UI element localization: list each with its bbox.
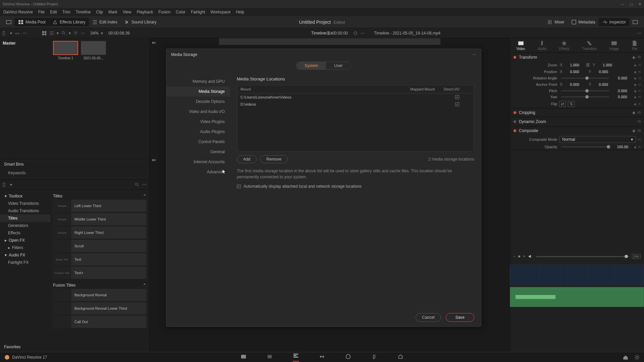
volume-slider[interactable] (536, 256, 629, 257)
fusion-titles-section[interactable]: Fusion Titles (53, 283, 75, 288)
column-header-mount[interactable]: Mount (240, 87, 410, 91)
sound-library-button[interactable]: Sound Library (121, 18, 160, 26)
menu-item[interactable]: File (36, 9, 47, 15)
position-y-field[interactable]: 0.000 (594, 70, 613, 74)
pref-category[interactable]: Memory and GPU (166, 76, 230, 86)
deliver-page[interactable] (397, 354, 404, 361)
loop-icon[interactable] (353, 31, 358, 36)
direct-io-checkbox[interactable]: ✓ (455, 102, 459, 106)
save-button[interactable]: Save (446, 313, 474, 322)
table-row[interactable]: D:\videos✓ (237, 101, 474, 108)
remove-button[interactable]: Remove (260, 155, 288, 163)
timeline-tracks[interactable] (510, 265, 644, 325)
timeline-name[interactable]: Timeline 1 ▾ (311, 31, 333, 36)
cropping-header[interactable]: Cropping (519, 110, 535, 115)
media-pool-button[interactable]: Media Pool (15, 18, 49, 26)
chevron-down-icon[interactable]: ▾ (69, 31, 71, 36)
search-icon[interactable] (61, 31, 66, 36)
pref-category[interactable]: Video Plugins (166, 117, 230, 127)
inspector-tab-image[interactable]: Image (609, 40, 619, 51)
fusion-title-preset[interactable]: Background Reveal Lower Third (53, 302, 146, 314)
smart-bin-keywords[interactable]: Keywords (4, 169, 145, 177)
system-tab[interactable]: System (297, 62, 326, 69)
more-icon[interactable]: ⋯ (142, 182, 146, 187)
yaw-slider[interactable] (561, 97, 609, 97)
add-button[interactable]: Add (237, 155, 257, 163)
pref-category-media-storage[interactable]: Media Storage (166, 86, 230, 97)
inspector-tab-effects[interactable]: Effects (559, 40, 569, 51)
rotation-slider[interactable] (561, 78, 609, 78)
menu-item[interactable]: Fairlight (189, 9, 207, 15)
minus-icon[interactable]: − (513, 254, 516, 259)
more-icon[interactable]: ⋯ (361, 31, 365, 36)
dim-button[interactable]: DIM (632, 254, 641, 259)
pref-category[interactable]: Internet Accounts (166, 157, 230, 167)
fairlight-page[interactable] (371, 354, 377, 361)
inspector-tab-transition[interactable]: Transition (582, 40, 597, 51)
zoom-y-field[interactable]: 1.000 (598, 63, 617, 67)
fx-category[interactable]: ▸Filters (0, 244, 50, 251)
dynamic-zoom-header[interactable]: Dynamic Zoom (519, 119, 546, 124)
expand-right-icon[interactable] (629, 18, 641, 26)
menu-item[interactable]: Playback (135, 9, 155, 15)
search-icon[interactable] (135, 182, 140, 187)
skip-forward-icon[interactable]: ⏭ (152, 158, 156, 162)
media-page[interactable] (240, 354, 247, 361)
title-preset[interactable]: Custom TitleText+ (53, 267, 146, 279)
link-icon[interactable]: ⛓ (586, 63, 590, 67)
chevron-down-icon[interactable]: ▾ (10, 31, 12, 36)
color-page[interactable] (345, 354, 351, 361)
zoom-percent[interactable]: 34% (90, 31, 98, 36)
expand-icon[interactable] (3, 18, 15, 26)
bin-view-icon[interactable] (3, 31, 7, 36)
fx-category[interactable]: Effects (0, 229, 50, 237)
menu-item[interactable]: View (121, 9, 133, 15)
rotation-field[interactable]: 0.000 (613, 76, 632, 80)
flip-v-icon[interactable]: ⇅ (568, 101, 575, 107)
more-icon[interactable]: ⋯ (472, 52, 476, 57)
yaw-field[interactable]: 0.000 (613, 95, 632, 99)
fx-category[interactable]: Video Transitions (0, 200, 50, 207)
user-tab[interactable]: User (326, 62, 351, 69)
openfx-category[interactable]: ▸Open FX (0, 237, 50, 244)
edit-index-button[interactable]: Edit Index (89, 18, 121, 26)
smart-bins-header[interactable]: Smart Bins (4, 162, 145, 167)
collapse-icon[interactable]: ⌃ (143, 283, 146, 288)
thumbnail-icon[interactable] (42, 31, 47, 36)
plus-icon[interactable]: + (523, 254, 525, 259)
pitch-slider[interactable] (561, 90, 609, 91)
pref-category[interactable]: Audio Plugins (166, 127, 230, 137)
pitch-field[interactable]: 0.000 (613, 89, 632, 93)
chevron-down-icon[interactable]: ▾ (57, 31, 59, 36)
anchor-y-field[interactable]: 0.000 (594, 82, 613, 86)
list-icon[interactable] (49, 31, 54, 36)
fx-category[interactable]: Audio Transitions (0, 207, 50, 215)
edit-page[interactable] (293, 353, 299, 362)
more-icon[interactable]: ⋯ (637, 31, 641, 36)
opacity-field[interactable]: 100.00 (613, 145, 632, 149)
skip-forward-icon[interactable]: ⏭ (152, 40, 156, 45)
pref-category[interactable]: Advanced (166, 167, 230, 177)
fusion-page[interactable] (319, 354, 325, 361)
toolbox-category[interactable]: ▾Toolbox (0, 192, 50, 200)
menu-item[interactable]: Help (234, 9, 246, 15)
fusion-title-preset[interactable]: Background Reveal (53, 289, 146, 301)
pref-category[interactable]: Decode Options (166, 97, 230, 107)
metadata-button[interactable]: Metadata (568, 18, 599, 26)
chevron-down-icon[interactable]: ▾ (10, 182, 12, 187)
menu-item[interactable]: Mark (106, 9, 119, 15)
column-header-mapped[interactable]: Mapped Mount (410, 87, 444, 91)
gear-icon[interactable] (634, 354, 640, 360)
column-header-direct[interactable]: Direct I/O (444, 87, 471, 91)
position-x-field[interactable]: 0.000 (565, 70, 584, 74)
pref-category[interactable]: Control Panels (166, 137, 230, 147)
pref-category[interactable]: Video and Audio I/O (166, 107, 230, 117)
fx-category[interactable]: Generators (0, 222, 50, 229)
auto-display-checkbox[interactable]: ✓ (237, 184, 241, 188)
inspector-button[interactable]: Inspector (599, 18, 629, 26)
clip-thumbnail[interactable]: Timeline 1 (53, 41, 78, 60)
reset-icon[interactable]: ⟲ (637, 55, 641, 60)
title-preset[interactable]: SampleRight Lower Third (53, 227, 146, 239)
mixer-button[interactable]: Mixer (544, 18, 568, 26)
zoom-x-field[interactable]: 1.000 (565, 63, 584, 67)
